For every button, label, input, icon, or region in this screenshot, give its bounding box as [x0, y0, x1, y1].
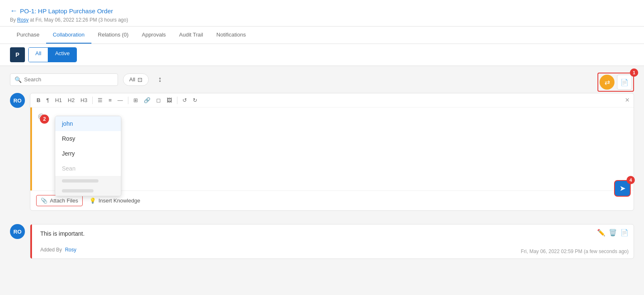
toolbar-h2[interactable]: H2	[66, 96, 77, 105]
filter-row: 🔍 All ⊡ ↕	[10, 73, 634, 86]
compose-toolbar: B ¶ H1 H2 H3 ☰ ≡ — ⊞ 🔗 ◻ 🖼 ↺ ↻	[30, 93, 634, 107]
search-icon: 🔍	[15, 76, 22, 83]
message-actions: ✏️ 🗑️ 📄	[597, 229, 629, 236]
toolbar-bullet[interactable]: ☰	[96, 96, 105, 105]
toolbar-embed[interactable]: ◻	[154, 96, 163, 105]
toolbar-undo[interactable]: ↺	[180, 96, 189, 105]
message-pdf-button[interactable]: 📄	[620, 229, 629, 236]
toolbar-bold[interactable]: B	[34, 96, 42, 105]
toolbar-divider-2	[128, 97, 128, 104]
exchange-button[interactable]: ⇄	[600, 75, 615, 90]
send-wrapper: 4 ➤	[614, 180, 631, 197]
toolbar-ordered[interactable]: ≡	[106, 96, 114, 105]
compose-avatar: RO	[10, 93, 25, 108]
mention-item-blurred1	[55, 176, 121, 186]
annotation-4: 4	[627, 176, 635, 184]
mention-item-rosy[interactable]: Rosy	[55, 131, 121, 146]
status-all[interactable]: All	[29, 48, 48, 62]
toolbar-h1[interactable]: H1	[53, 96, 64, 105]
status-active[interactable]: Active	[48, 48, 76, 62]
back-arrow-icon: ←	[10, 7, 17, 15]
filter-button[interactable]: All ⊡	[123, 73, 149, 86]
status-bar: P All Active	[0, 44, 644, 66]
tab-notifications[interactable]: Notifications	[210, 27, 253, 44]
mention-item-sean[interactable]: Sean	[55, 161, 121, 176]
message-edit-button[interactable]: ✏️	[597, 229, 605, 236]
tab-relations[interactable]: Relations (0)	[91, 27, 135, 44]
filter-icon: ⊡	[138, 76, 143, 83]
page-title: PO-1: HP Laptop Purchase Order	[20, 7, 113, 15]
compose-wrapper: 2 B ¶ H1 H2 H3 ☰ ≡ — ⊞ 🔗 ◻ 🖼	[30, 93, 634, 217]
tab-purchase[interactable]: Purchase	[10, 27, 46, 44]
message-row: RO This is important. Added By Rosy ✏️ 🗑…	[10, 224, 634, 259]
tab-approvals[interactable]: Approvals	[135, 27, 172, 44]
message-text: This is important.	[40, 230, 627, 237]
annotation-1-wrapper: 1 ⇄ 📄	[597, 73, 634, 92]
message-avatar: RO	[10, 224, 25, 239]
toolbar-paragraph[interactable]: ¶	[44, 96, 51, 105]
blurred-line-2	[62, 189, 93, 193]
compose-close-button[interactable]: ×	[625, 96, 629, 105]
mention-item-blurred2	[55, 186, 121, 196]
annotation-1: 1	[630, 68, 638, 77]
message-accent	[30, 224, 32, 258]
toolbar-link[interactable]: 🔗	[142, 96, 152, 105]
added-by-label: Added By	[40, 247, 62, 253]
annotation-2: 2	[40, 115, 49, 124]
insert-knowledge-button[interactable]: 💡 Insert Knowledge	[89, 197, 140, 204]
message-card: This is important. Added By Rosy ✏️ 🗑️ 📄…	[30, 224, 634, 259]
tabs-bar: Purchase Collaboration Relations (0) App…	[0, 27, 644, 44]
toolbar-image[interactable]: 🖼	[165, 96, 174, 105]
toolbar-divider-3	[177, 97, 177, 104]
compose-row: RO 2 B ¶ H1 H2 H3 ☰ ≡ — ⊞ 🔗	[10, 93, 634, 217]
sort-button[interactable]: ↕	[154, 73, 166, 86]
subtitle-author-link[interactable]: Rosy	[17, 17, 28, 23]
pdf-button[interactable]: 📄	[617, 75, 632, 90]
search-box: 🔍	[10, 73, 118, 86]
attach-label: Attach Files	[50, 197, 78, 204]
toolbar-hr[interactable]: —	[116, 96, 125, 105]
tab-collaboration[interactable]: Collaboration	[46, 27, 91, 44]
message-delete-button[interactable]: 🗑️	[609, 229, 617, 236]
message-timestamp: Fri, May 06, 2022 02:59 PM (a few second…	[521, 249, 629, 254]
top-right-actions: 1 ⇄ 📄	[597, 73, 634, 92]
toolbar-divider-1	[92, 97, 93, 104]
page-subtitle: By Rosy By Rosy at Fri, May 06, 2022 12:…	[10, 17, 634, 23]
added-by-user[interactable]: Rosy	[65, 247, 76, 253]
filter-all-label: All	[129, 76, 135, 83]
back-link[interactable]: ← PO-1: HP Laptop Purchase Order	[10, 7, 634, 15]
knowledge-label: Insert Knowledge	[98, 197, 140, 204]
knowledge-icon: 💡	[89, 197, 96, 204]
toolbar-h3[interactable]: H3	[79, 96, 90, 105]
main-area: 1 ⇄ 📄 🔍 All ⊡ ↕ RO 2 B	[0, 66, 644, 266]
attach-files-button[interactable]: 📎 Attach Files	[36, 195, 83, 206]
attach-icon: 📎	[41, 197, 47, 204]
status-icon: P	[10, 47, 25, 62]
toolbar-redo[interactable]: ↻	[191, 96, 199, 105]
sort-icon: ↕	[158, 75, 162, 84]
toolbar-table[interactable]: ⊞	[131, 96, 140, 105]
tab-audit-trail[interactable]: Audit Trail	[172, 27, 210, 44]
mention-item-john[interactable]: john	[55, 116, 121, 131]
mention-dropdown: john Rosy Jerry Sean	[55, 116, 121, 196]
mention-item-jerry[interactable]: Jerry	[55, 146, 121, 161]
action-buttons-group: ⇄ 📄	[597, 73, 634, 92]
status-tabs: All Active	[28, 47, 77, 62]
search-input[interactable]	[24, 76, 113, 83]
blurred-line-1	[62, 179, 98, 183]
